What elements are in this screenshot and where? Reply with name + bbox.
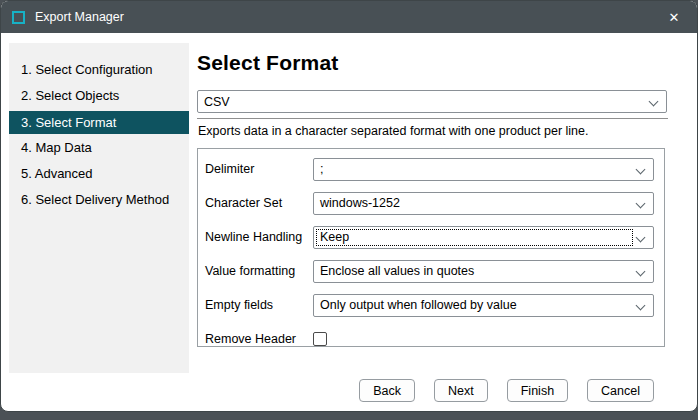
character-set-select-value: windows-1252 <box>320 196 400 210</box>
main-panel: Select Format CSV Exports data in a char… <box>197 43 667 75</box>
value-formatting-select-value: Enclose all values in quotes <box>320 264 474 278</box>
window-title: Export Manager <box>35 10 124 24</box>
empty-fields-select[interactable]: Only output when followed by value <box>313 294 654 317</box>
app-icon <box>12 11 25 24</box>
delimiter-label: Delimiter <box>205 162 313 176</box>
value-formatting-row: Value formatting Enclose all values in q… <box>205 254 654 288</box>
value-formatting-select[interactable]: Enclose all values in quotes <box>313 260 654 283</box>
export-manager-window: Export Manager ✕ 1. Select Configuration… <box>0 0 698 412</box>
format-description: Exports data in a character separated fo… <box>198 124 589 138</box>
character-set-row: Character Set windows-1252 <box>205 186 654 220</box>
remove-header-label: Remove Header <box>205 332 313 346</box>
delimiter-select[interactable]: ; <box>313 158 654 181</box>
screen: Export Manager ✕ 1. Select Configuration… <box>0 0 698 420</box>
chevron-down-icon <box>636 300 646 310</box>
separator-line <box>197 118 668 119</box>
chevron-down-icon <box>636 198 646 208</box>
value-formatting-label: Value formatting <box>205 264 313 278</box>
sidebar-item-select-objects[interactable]: 2. Select Objects <box>9 83 189 109</box>
sidebar-item-select-delivery-method[interactable]: 6. Select Delivery Method <box>9 187 189 213</box>
newline-handling-select-value: Keep <box>320 230 349 244</box>
next-button[interactable]: Next <box>434 379 488 402</box>
cancel-button[interactable]: Cancel <box>587 379 654 402</box>
footer-buttons: Back Next Finish Cancel <box>359 379 654 402</box>
character-set-label: Character Set <box>205 196 313 210</box>
sidebar-item-map-data[interactable]: 4. Map Data <box>9 135 189 161</box>
chevron-down-icon <box>636 266 646 276</box>
sidebar-item-select-format[interactable]: 3. Select Format <box>9 111 189 134</box>
format-select[interactable]: CSV <box>197 90 667 113</box>
close-icon: ✕ <box>669 11 680 24</box>
newline-handling-label: Newline Handling <box>205 230 313 244</box>
remove-header-row: Remove Header <box>205 322 654 356</box>
character-set-select[interactable]: windows-1252 <box>313 192 654 215</box>
delimiter-row: Delimiter ; <box>205 152 654 186</box>
chevron-down-icon <box>636 232 646 242</box>
chevron-down-icon <box>636 164 646 174</box>
titlebar[interactable]: Export Manager ✕ <box>1 1 697 33</box>
newline-handling-select[interactable]: Keep <box>313 226 654 249</box>
page-title: Select Format <box>197 51 667 75</box>
empty-fields-row: Empty fields Only output when followed b… <box>205 288 654 322</box>
close-button[interactable]: ✕ <box>651 1 697 33</box>
sidebar-item-select-configuration[interactable]: 1. Select Configuration <box>9 57 189 83</box>
chevron-down-icon <box>649 97 659 107</box>
format-select-value: CSV <box>204 95 230 109</box>
wizard-steps-sidebar: 1. Select Configuration 2. Select Object… <box>9 43 189 373</box>
delimiter-select-value: ; <box>320 162 323 176</box>
newline-handling-row: Newline Handling Keep <box>205 220 654 254</box>
back-button[interactable]: Back <box>359 379 415 402</box>
empty-fields-select-value: Only output when followed by value <box>320 298 517 312</box>
format-options-group: Delimiter ; Character Set windows-1252 N… <box>197 148 665 347</box>
empty-fields-label: Empty fields <box>205 298 313 312</box>
sidebar-item-advanced[interactable]: 5. Advanced <box>9 161 189 187</box>
finish-button[interactable]: Finish <box>507 379 568 402</box>
remove-header-checkbox[interactable] <box>313 332 327 346</box>
